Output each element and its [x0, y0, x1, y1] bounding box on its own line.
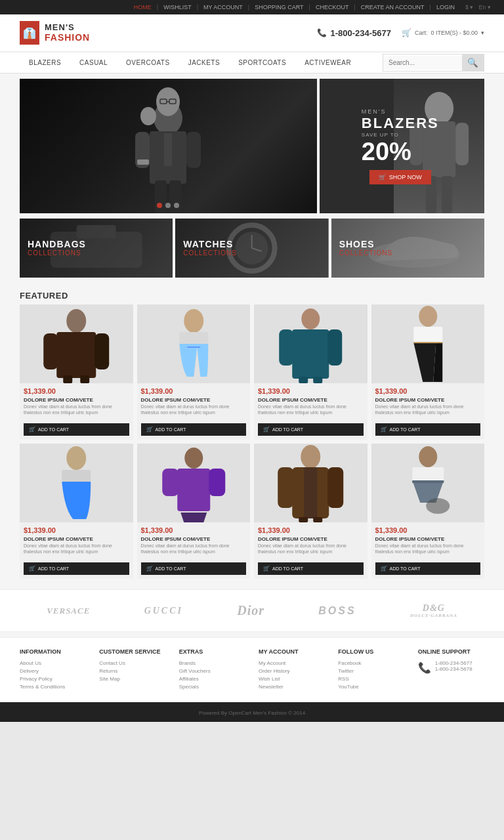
footer-youtube[interactable]: YouTube: [338, 684, 404, 690]
product-name: DOLORE IPSUM COM/VETE: [24, 536, 129, 542]
footer-my-account: MY ACCOUNT My Account Order History Wish…: [259, 648, 325, 692]
product-image: [20, 304, 133, 383]
bottom-bar: Powered By OpenCart Men's Fashion © 2014: [0, 702, 504, 722]
product-image: [137, 304, 251, 383]
footer-newsletter[interactable]: Newsletter: [259, 684, 325, 690]
footer-twitter[interactable]: Twitter: [338, 668, 404, 674]
add-to-cart-button[interactable]: 🛒 ADD TO CART: [141, 423, 247, 436]
svg-rect-28: [43, 333, 58, 369]
product-card: $1,339.00 DOLORE IPSUM COM/VETE Donec vi…: [20, 444, 133, 579]
add-to-cart-button[interactable]: 🛒 ADD TO CART: [141, 562, 247, 575]
add-to-cart-button[interactable]: 🛒 ADD TO CART: [24, 423, 129, 436]
footer-delivery[interactable]: Delivery: [20, 668, 86, 674]
topbar-wishlist[interactable]: WISHLIST: [163, 4, 192, 10]
search-input[interactable]: [383, 56, 462, 70]
svg-point-60: [426, 498, 450, 514]
product-price: $1,339.00: [375, 387, 481, 395]
product-card: $1,339.00 DOLORE IPSUM COM/VETE Donec vi…: [371, 304, 485, 440]
svg-point-46: [184, 448, 203, 469]
product-desc: Donec vitae diam at durus luctus from do…: [24, 543, 129, 555]
footer-order-history[interactable]: Order History: [259, 668, 325, 674]
hero-side-banner[interactable]: MEN'S BLAZERS SAVE UP TO 20% 🛒 SHOP NOW: [320, 79, 484, 213]
footer-phone2: 1-800-234-5678: [435, 666, 472, 672]
add-to-cart-button[interactable]: 🛒 ADD TO CART: [258, 423, 364, 436]
nav-jackets[interactable]: JACKETS: [179, 52, 230, 73]
footer-contact[interactable]: Contact Us: [99, 660, 165, 666]
topbar-home[interactable]: HOME: [134, 4, 152, 10]
hero-dot-3[interactable]: [174, 203, 179, 208]
shoes-collection[interactable]: SHOES COLLECTIONS: [331, 219, 484, 278]
collections-section: HANDBAGS COLLECTIONS WATCHES COLLECTIONS: [0, 219, 504, 283]
nav-overcoats[interactable]: OVERCOATS: [117, 52, 179, 73]
brand-dior[interactable]: Dior: [237, 603, 264, 618]
logo[interactable]: 👔 MEN'S FASHION: [20, 21, 90, 45]
product-info: $1,339.00 DOLORE IPSUM COM/VETE Donec vi…: [254, 383, 368, 419]
add-to-cart-button[interactable]: 🛒 ADD TO CART: [375, 562, 481, 575]
add-to-cart-label: ADD TO CART: [38, 566, 69, 571]
footer-privacy[interactable]: Privacy Policy: [20, 676, 86, 682]
nav-links: BLAZERS CASUAL OVERCOATS JACKETS SPORTCO…: [20, 52, 360, 73]
watches-title: WATCHES: [183, 240, 320, 249]
product-info: $1,339.00 DOLORE IPSUM COM/VETE Donec vi…: [137, 522, 251, 558]
cart-icon: 🛒: [381, 427, 387, 432]
nav-casual[interactable]: CASUAL: [70, 52, 117, 73]
shop-now-button[interactable]: 🛒 SHOP NOW: [369, 170, 431, 184]
cart-icon: 🛒: [29, 566, 35, 572]
shop-now-label: SHOP NOW: [389, 174, 422, 180]
svg-rect-33: [179, 332, 208, 345]
cart-area[interactable]: 🛒 Cart: 0 ITEM(S) - $0.00 ▾: [402, 28, 484, 37]
svg-rect-31: [80, 375, 89, 383]
footer-follow-title: FOLLOW US: [338, 648, 404, 655]
product-price: $1,339.00: [24, 387, 129, 395]
footer-sitemap[interactable]: Site Map: [99, 676, 165, 682]
footer-returns[interactable]: Returns: [99, 668, 165, 674]
footer-brands[interactable]: Brands: [179, 660, 245, 666]
nav-activewear[interactable]: ACTIVEWEAR: [295, 52, 360, 73]
footer-specials[interactable]: Specials: [179, 684, 245, 690]
svg-rect-48: [162, 469, 178, 496]
footer-facebook[interactable]: Facebook: [338, 660, 404, 666]
add-to-cart-button[interactable]: 🛒 ADD TO CART: [375, 423, 481, 436]
footer-wish-list[interactable]: Wish List: [259, 676, 325, 682]
topbar-login[interactable]: LOGIN: [436, 4, 455, 10]
svg-rect-40: [313, 377, 322, 383]
watches-collection[interactable]: WATCHES COLLECTIONS: [175, 219, 328, 278]
handbags-collection[interactable]: HANDBAGS COLLECTIONS: [20, 219, 173, 278]
add-to-cart-button[interactable]: 🛒 ADD TO CART: [258, 562, 364, 575]
footer-about-us[interactable]: About Us: [20, 660, 86, 666]
nav-sportcoats[interactable]: SPORTCOATS: [229, 52, 295, 73]
product-card: $1,339.00 DOLORE IPSUM COM/VETE Donec vi…: [254, 304, 368, 440]
topbar-checkout[interactable]: CHECKOUT: [316, 4, 349, 10]
add-to-cart-label: ADD TO CART: [390, 566, 421, 571]
hero-dot-2[interactable]: [165, 203, 171, 208]
footer-terms[interactable]: Terms & Conditions: [20, 684, 86, 690]
brand-versace[interactable]: VERSACE: [47, 606, 90, 616]
cart-icon: 🛒: [402, 28, 411, 37]
footer-my-account-link[interactable]: My Account: [259, 660, 325, 666]
topbar-cart[interactable]: SHOPPING CART: [255, 4, 303, 10]
product-card: $1,339.00 DOLORE IPSUM COM/VETE Donec vi…: [20, 304, 133, 440]
brand-boss[interactable]: BOSS: [318, 605, 356, 617]
svg-rect-2: [164, 133, 172, 166]
phone-number: 1-800-234-5677: [330, 28, 391, 38]
product-card: $1,339.00 DOLORE IPSUM COM/VETE Donec vi…: [137, 444, 251, 579]
brand-gucci[interactable]: GUCCI: [144, 606, 183, 616]
topbar-account[interactable]: MY ACCOUNT: [203, 4, 243, 10]
search-button[interactable]: 🔍: [462, 54, 484, 71]
svg-rect-29: [94, 333, 109, 369]
hero-dot-1[interactable]: [157, 203, 162, 208]
footer-gift-vouchers[interactable]: Gift Vouchers: [179, 668, 245, 674]
svg-rect-38: [327, 329, 342, 366]
footer-rss[interactable]: RSS: [338, 676, 404, 682]
product-name: DOLORE IPSUM COM/VETE: [258, 397, 364, 403]
brand-dg[interactable]: D&G DOLCE·GABBANA: [410, 603, 457, 618]
product-info: $1,339.00 DOLORE IPSUM COM/VETE Donec vi…: [371, 383, 485, 419]
add-to-cart-label: ADD TO CART: [272, 566, 303, 571]
nav-blazers[interactable]: BLAZERS: [20, 52, 70, 73]
footer-affiliates[interactable]: Affiliates: [179, 676, 245, 682]
add-to-cart-button[interactable]: 🛒 ADD TO CART: [24, 562, 129, 575]
topbar-create-account[interactable]: CREATE AN ACCOUNT: [361, 4, 425, 10]
footer-phone1: 1-800-234-5677: [435, 660, 472, 666]
add-to-cart-label: ADD TO CART: [272, 427, 303, 432]
hero-main-slider[interactable]: [20, 79, 317, 213]
